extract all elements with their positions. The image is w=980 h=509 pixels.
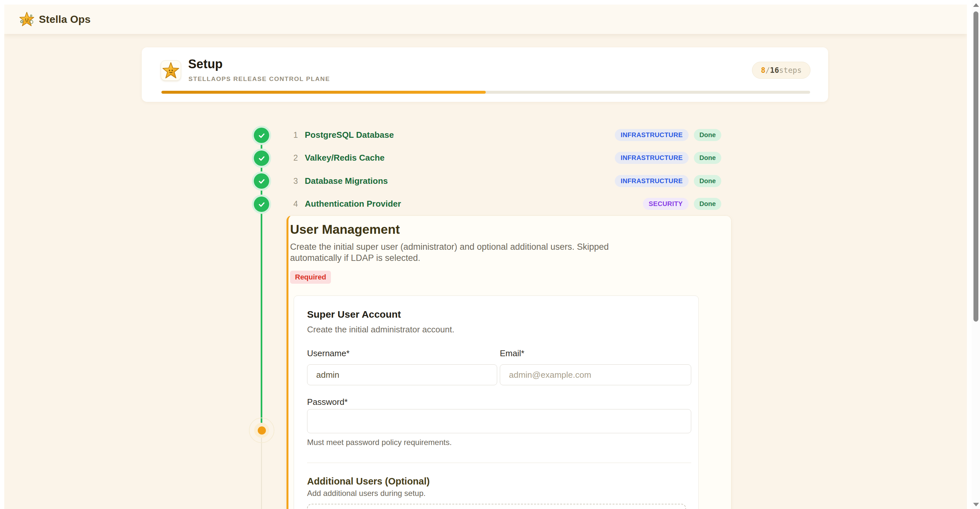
step-check-icon (254, 151, 269, 166)
email-field[interactable] (500, 365, 691, 385)
page-title: Setup (188, 57, 223, 71)
step-title[interactable]: Database Migrations (305, 176, 388, 186)
steps-total-count: 16 (770, 66, 779, 75)
steps-done-count: 8 (761, 66, 765, 75)
step-title[interactable]: PostgreSQL Database (305, 130, 394, 140)
steps-count-badge: 8/16 steps (752, 62, 810, 79)
section-title: User Management (290, 222, 698, 237)
user-management-panel: User Management Create the initial super… (286, 216, 732, 509)
status-badge: Done (694, 152, 721, 164)
step-row-postgresql[interactable]: 1 PostgreSQL Database INFRASTRUCTURE Don… (291, 124, 721, 146)
page-subtitle: STELLAOPS RELEASE CONTROL PLANE (188, 75, 330, 82)
super-user-subtitle: Create the initial administrator account… (307, 325, 691, 335)
step-row-auth-provider[interactable]: 4 Authentication Provider SECURITY Done (291, 192, 721, 215)
browser-viewport: Stella Ops Setup STELLAOPS RELEASE CONTR… (0, 0, 980, 509)
status-badge: Done (694, 175, 721, 187)
section-divider (307, 463, 691, 463)
add-another-user-button[interactable]: + Add Another User (307, 504, 686, 509)
scrollbar-thumb[interactable] (974, 11, 978, 322)
star-mascot-icon (19, 12, 34, 27)
step-number: 3 (291, 176, 301, 186)
category-badge: INFRASTRUCTURE (615, 129, 689, 141)
app-header: Stella Ops (4, 5, 967, 34)
setup-logo-tile (161, 60, 181, 81)
additional-users-subtitle: Add additional users during setup. (307, 489, 691, 498)
step-row-valkey-redis[interactable]: 2 Valkey/Redis Cache INFRASTRUCTURE Done (291, 146, 721, 169)
step-check-icon (254, 173, 269, 189)
password-field[interactable] (307, 409, 691, 433)
setup-progress-card: Setup STELLAOPS RELEASE CONTROL PLANE 8/… (142, 48, 828, 102)
step-title[interactable]: Valkey/Redis Cache (305, 153, 385, 163)
super-user-title: Super User Account (307, 309, 691, 320)
step-number: 1 (291, 130, 301, 140)
email-label: Email* (500, 348, 691, 358)
page-background: Stella Ops Setup STELLAOPS RELEASE CONTR… (4, 5, 967, 509)
scrollbar-up-arrow-icon[interactable] (973, 3, 979, 7)
password-label: Password* (307, 397, 348, 407)
section-description: Create the initial super user (administr… (290, 241, 644, 263)
category-badge: SECURITY (643, 198, 689, 210)
setup-progress-track (161, 91, 810, 94)
username-field[interactable] (307, 365, 497, 385)
step-check-icon (254, 197, 269, 212)
username-label: Username* (307, 348, 497, 358)
step-number: 2 (291, 153, 301, 163)
steps-suffix: steps (779, 66, 802, 75)
status-badge: Done (694, 129, 721, 141)
star-mascot-icon (162, 62, 179, 79)
additional-users-title: Additional Users (Optional) (307, 476, 691, 487)
step-title[interactable]: Authentication Provider (305, 199, 401, 209)
brand-name: Stella Ops (39, 13, 91, 25)
step-row-db-migrations[interactable]: 3 Database Migrations INFRASTRUCTURE Don… (291, 170, 721, 192)
progress-fill (161, 91, 486, 94)
current-step-dot (258, 427, 266, 434)
step-check-icon (254, 128, 269, 143)
step-number: 4 (291, 199, 301, 209)
super-user-card: Super User Account Create the initial ad… (294, 295, 699, 509)
steps-separator: / (765, 66, 770, 75)
required-badge: Required (290, 271, 331, 284)
category-badge: INFRASTRUCTURE (615, 175, 689, 187)
timeline-connector-todo (261, 438, 262, 509)
password-helper-text: Must meet password policy requirements. (307, 438, 691, 447)
category-badge: INFRASTRUCTURE (615, 152, 689, 164)
scrollbar-down-arrow-icon[interactable] (973, 503, 979, 506)
scrollbar[interactable] (972, 0, 980, 509)
status-badge: Done (694, 198, 721, 210)
